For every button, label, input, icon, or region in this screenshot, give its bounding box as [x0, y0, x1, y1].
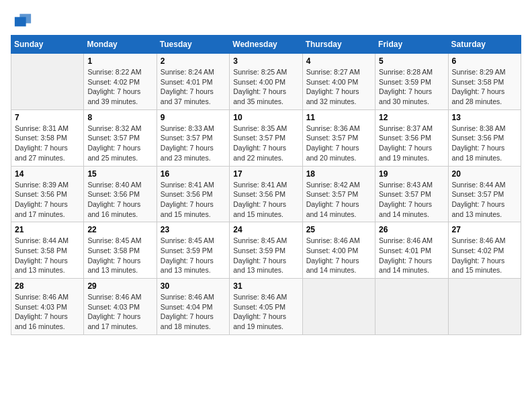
day-cell: 19Sunrise: 8:43 AM Sunset: 3:57 PM Dayli…	[375, 166, 448, 222]
day-cell: 17Sunrise: 8:41 AM Sunset: 3:56 PM Dayli…	[230, 166, 302, 222]
day-info: Sunrise: 8:39 AM Sunset: 3:56 PM Dayligh…	[15, 180, 80, 220]
day-number: 2	[161, 56, 226, 66]
header-cell-tuesday: Tuesday	[157, 36, 229, 54]
day-info: Sunrise: 8:44 AM Sunset: 3:58 PM Dayligh…	[15, 236, 80, 275]
day-info: Sunrise: 8:46 AM Sunset: 4:04 PM Dayligh…	[161, 292, 226, 332]
day-number: 19	[379, 169, 444, 179]
logo-icon	[13, 11, 32, 30]
day-cell	[375, 279, 448, 335]
day-cell: 1Sunrise: 8:22 AM Sunset: 4:02 PM Daylig…	[84, 54, 157, 110]
day-number: 8	[87, 113, 152, 122]
day-cell: 24Sunrise: 8:45 AM Sunset: 3:59 PM Dayli…	[230, 222, 302, 279]
day-cell: 5Sunrise: 8:28 AM Sunset: 3:59 PM Daylig…	[375, 54, 448, 110]
day-cell: 21Sunrise: 8:44 AM Sunset: 3:58 PM Dayli…	[11, 222, 84, 279]
day-number: 9	[161, 113, 226, 122]
day-cell: 13Sunrise: 8:38 AM Sunset: 3:56 PM Dayli…	[448, 109, 521, 166]
day-info: Sunrise: 8:31 AM Sunset: 3:58 PM Dayligh…	[15, 124, 80, 163]
day-number: 21	[15, 225, 80, 234]
day-info: Sunrise: 8:25 AM Sunset: 4:00 PM Dayligh…	[233, 67, 298, 107]
page-header	[11, 11, 521, 30]
day-cell	[302, 279, 375, 335]
day-info: Sunrise: 8:27 AM Sunset: 4:00 PM Dayligh…	[306, 67, 371, 107]
day-cell: 11Sunrise: 8:36 AM Sunset: 3:57 PM Dayli…	[302, 109, 375, 166]
day-number: 4	[306, 56, 371, 66]
day-info: Sunrise: 8:42 AM Sunset: 3:57 PM Dayligh…	[306, 180, 371, 220]
header-cell-thursday: Thursday	[302, 36, 375, 54]
day-info: Sunrise: 8:35 AM Sunset: 3:57 PM Dayligh…	[233, 124, 298, 163]
day-info: Sunrise: 8:33 AM Sunset: 3:57 PM Dayligh…	[161, 124, 226, 163]
day-number: 16	[161, 169, 226, 179]
calendar-table: SundayMondayTuesdayWednesdayThursdayFrid…	[11, 35, 521, 335]
week-row-4: 21Sunrise: 8:44 AM Sunset: 3:58 PM Dayli…	[11, 222, 521, 279]
logo	[11, 11, 32, 30]
svg-marker-1	[15, 17, 26, 26]
header-row: SundayMondayTuesdayWednesdayThursdayFrid…	[11, 36, 521, 54]
day-number: 3	[233, 56, 298, 66]
week-row-1: 1Sunrise: 8:22 AM Sunset: 4:02 PM Daylig…	[11, 54, 521, 110]
calendar-header: SundayMondayTuesdayWednesdayThursdayFrid…	[11, 36, 521, 54]
day-number: 23	[161, 225, 226, 234]
day-number: 11	[306, 113, 371, 122]
day-number: 7	[15, 113, 80, 122]
day-number: 12	[379, 113, 444, 122]
day-info: Sunrise: 8:45 AM Sunset: 3:58 PM Dayligh…	[87, 236, 152, 275]
day-cell: 9Sunrise: 8:33 AM Sunset: 3:57 PM Daylig…	[157, 109, 229, 166]
day-info: Sunrise: 8:37 AM Sunset: 3:56 PM Dayligh…	[379, 124, 444, 163]
day-info: Sunrise: 8:41 AM Sunset: 3:56 PM Dayligh…	[233, 180, 298, 220]
day-number: 18	[306, 169, 371, 179]
day-cell: 8Sunrise: 8:32 AM Sunset: 3:57 PM Daylig…	[84, 109, 157, 166]
day-number: 29	[87, 281, 152, 291]
day-info: Sunrise: 8:28 AM Sunset: 3:59 PM Dayligh…	[379, 67, 444, 107]
day-info: Sunrise: 8:24 AM Sunset: 4:01 PM Dayligh…	[161, 67, 226, 107]
header-cell-friday: Friday	[375, 36, 448, 54]
day-info: Sunrise: 8:32 AM Sunset: 3:57 PM Dayligh…	[87, 124, 152, 163]
day-number: 15	[87, 169, 152, 179]
day-info: Sunrise: 8:45 AM Sunset: 3:59 PM Dayligh…	[233, 236, 298, 275]
day-cell: 23Sunrise: 8:45 AM Sunset: 3:59 PM Dayli…	[157, 222, 229, 279]
day-info: Sunrise: 8:29 AM Sunset: 3:58 PM Dayligh…	[452, 67, 517, 107]
day-cell: 28Sunrise: 8:46 AM Sunset: 4:03 PM Dayli…	[11, 279, 84, 335]
header-cell-monday: Monday	[84, 36, 157, 54]
day-cell: 2Sunrise: 8:24 AM Sunset: 4:01 PM Daylig…	[157, 54, 229, 110]
day-cell: 6Sunrise: 8:29 AM Sunset: 3:58 PM Daylig…	[448, 54, 521, 110]
day-info: Sunrise: 8:36 AM Sunset: 3:57 PM Dayligh…	[306, 124, 371, 163]
day-cell	[11, 54, 84, 110]
day-cell: 3Sunrise: 8:25 AM Sunset: 4:00 PM Daylig…	[230, 54, 302, 110]
day-cell: 25Sunrise: 8:46 AM Sunset: 4:00 PM Dayli…	[302, 222, 375, 279]
day-info: Sunrise: 8:40 AM Sunset: 3:56 PM Dayligh…	[87, 180, 152, 220]
day-cell: 7Sunrise: 8:31 AM Sunset: 3:58 PM Daylig…	[11, 109, 84, 166]
day-info: Sunrise: 8:22 AM Sunset: 4:02 PM Dayligh…	[87, 67, 152, 107]
day-cell: 20Sunrise: 8:44 AM Sunset: 3:57 PM Dayli…	[448, 166, 521, 222]
day-number: 5	[379, 56, 444, 66]
day-number: 22	[87, 225, 152, 234]
day-info: Sunrise: 8:38 AM Sunset: 3:56 PM Dayligh…	[452, 124, 517, 163]
day-cell: 16Sunrise: 8:41 AM Sunset: 3:56 PM Dayli…	[157, 166, 229, 222]
header-cell-sunday: Sunday	[11, 36, 84, 54]
day-info: Sunrise: 8:44 AM Sunset: 3:57 PM Dayligh…	[452, 180, 517, 220]
week-row-3: 14Sunrise: 8:39 AM Sunset: 3:56 PM Dayli…	[11, 166, 521, 222]
day-info: Sunrise: 8:46 AM Sunset: 4:01 PM Dayligh…	[379, 236, 444, 275]
day-info: Sunrise: 8:46 AM Sunset: 4:03 PM Dayligh…	[15, 292, 80, 332]
day-info: Sunrise: 8:41 AM Sunset: 3:56 PM Dayligh…	[161, 180, 226, 220]
day-info: Sunrise: 8:45 AM Sunset: 3:59 PM Dayligh…	[161, 236, 226, 275]
day-cell: 26Sunrise: 8:46 AM Sunset: 4:01 PM Dayli…	[375, 222, 448, 279]
day-number: 24	[233, 225, 298, 234]
day-number: 26	[379, 225, 444, 234]
day-number: 10	[233, 113, 298, 122]
header-cell-saturday: Saturday	[448, 36, 521, 54]
day-cell: 18Sunrise: 8:42 AM Sunset: 3:57 PM Dayli…	[302, 166, 375, 222]
day-number: 30	[161, 281, 226, 291]
week-row-5: 28Sunrise: 8:46 AM Sunset: 4:03 PM Dayli…	[11, 279, 521, 335]
day-cell: 31Sunrise: 8:46 AM Sunset: 4:05 PM Dayli…	[230, 279, 302, 335]
day-number: 25	[306, 225, 371, 234]
week-row-2: 7Sunrise: 8:31 AM Sunset: 3:58 PM Daylig…	[11, 109, 521, 166]
day-cell: 12Sunrise: 8:37 AM Sunset: 3:56 PM Dayli…	[375, 109, 448, 166]
day-info: Sunrise: 8:46 AM Sunset: 4:02 PM Dayligh…	[452, 236, 517, 275]
day-cell: 29Sunrise: 8:46 AM Sunset: 4:03 PM Dayli…	[84, 279, 157, 335]
day-info: Sunrise: 8:46 AM Sunset: 4:05 PM Dayligh…	[233, 292, 298, 332]
day-info: Sunrise: 8:43 AM Sunset: 3:57 PM Dayligh…	[379, 180, 444, 220]
day-cell: 4Sunrise: 8:27 AM Sunset: 4:00 PM Daylig…	[302, 54, 375, 110]
day-number: 6	[452, 56, 517, 66]
day-cell: 30Sunrise: 8:46 AM Sunset: 4:04 PM Dayli…	[157, 279, 229, 335]
day-cell: 14Sunrise: 8:39 AM Sunset: 3:56 PM Dayli…	[11, 166, 84, 222]
